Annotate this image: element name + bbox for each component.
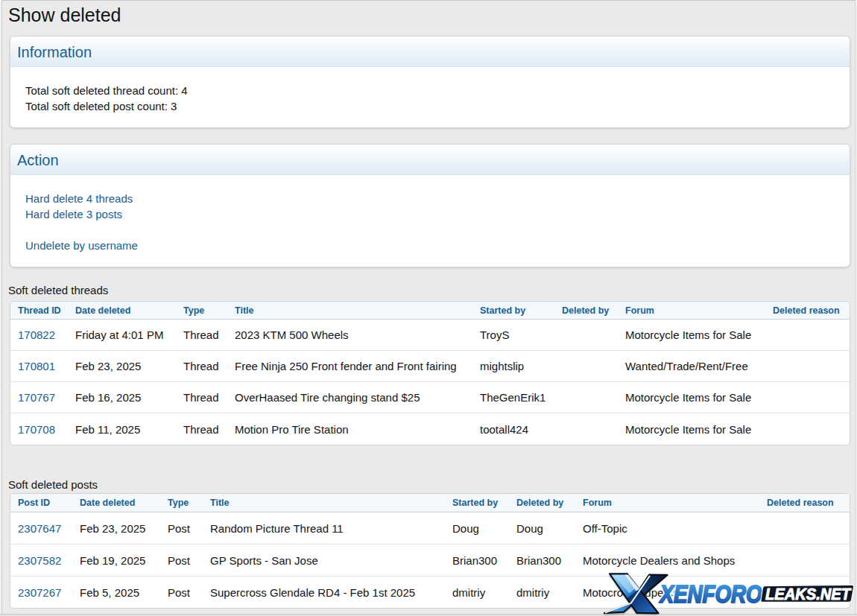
svg-text:XENFORO: XENFORO bbox=[659, 580, 762, 608]
svg-text:LEAKS.NET: LEAKS.NET bbox=[765, 585, 852, 603]
